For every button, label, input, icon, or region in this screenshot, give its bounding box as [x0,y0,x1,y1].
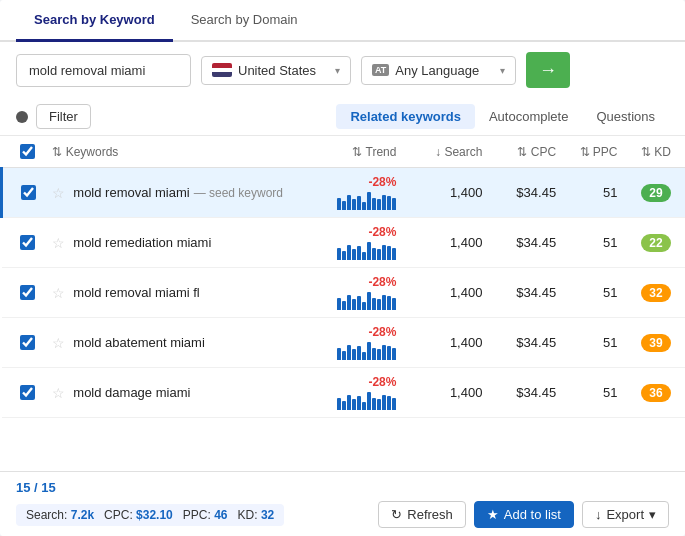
tab-search-by-keyword[interactable]: Search by Keyword [16,0,173,42]
trend-bars [337,340,396,360]
trend-bar [382,195,386,210]
trend-bar [357,246,361,260]
page-count: 15 / 15 [16,480,56,495]
trend-bar [372,298,376,310]
row-kd: 32 [624,268,685,318]
trend-bar [362,402,366,410]
chevron-down-icon: ▾ [335,65,340,76]
header-keywords[interactable]: ⇅ Keywords [46,136,292,168]
select-all-checkbox[interactable] [20,144,35,159]
trend-bar [382,395,386,410]
tab-search-by-domain[interactable]: Search by Domain [173,0,316,42]
row-check-cell [2,168,47,218]
star-icon[interactable]: ☆ [52,385,65,401]
trend-bar [377,349,381,360]
header-cpc[interactable]: ⇅ CPC [488,136,562,168]
trend-bar [342,401,346,410]
trend-bar [357,346,361,360]
trend-bar [347,245,351,260]
trend-bar [362,252,366,260]
trend-bar [337,348,341,360]
trend-bar [337,248,341,260]
trend-percent: -28% [368,275,396,289]
trend-bar [347,345,351,360]
row-search-vol: 1,400 [402,268,488,318]
star-icon[interactable]: ☆ [52,285,65,301]
row-trend-cell: -28% [292,268,403,318]
filter-button[interactable]: Filter [36,104,91,129]
export-icon: ↓ [595,507,602,522]
row-cpc: $34.45 [488,218,562,268]
row-kd: 22 [624,218,685,268]
tab-related-keywords[interactable]: Related keywords [336,104,475,129]
footer-top: 15 / 15 [16,480,669,495]
kd-badge: 39 [641,334,671,352]
seed-label: — seed keyword [194,186,283,200]
trend-bar [362,202,366,210]
trend-bar [392,398,396,410]
trend-bar [387,346,391,360]
trend-bar [377,249,381,260]
add-to-list-button[interactable]: ★ Add to list [474,501,574,528]
header-kd[interactable]: ⇅ KD [624,136,685,168]
refresh-button[interactable]: ↻ Refresh [378,501,466,528]
row-ppc: 51 [562,268,623,318]
row-ppc: 51 [562,218,623,268]
star-icon[interactable]: ☆ [52,235,65,251]
trend-bar [342,301,346,310]
arrow-right-icon: → [539,60,557,81]
summary-kd-label: KD: [238,508,258,522]
header-search[interactable]: ↓ Search [402,136,488,168]
search-summary: Search: 7.2k CPC: $32.10 PPC: 46 KD: 32 [16,504,284,526]
header-check [2,136,47,168]
row-ppc: 51 [562,318,623,368]
trend-percent: -28% [368,175,396,189]
trend-percent: -28% [368,375,396,389]
row-checkbox[interactable] [20,385,35,400]
trend-bar [387,296,391,310]
row-keyword-cell: ☆ mold damage miami [46,368,292,418]
kd-badge: 32 [641,284,671,302]
row-kd: 29 [624,168,685,218]
trend-bar [337,198,341,210]
keyword-input[interactable] [16,54,191,87]
tab-questions[interactable]: Questions [582,104,669,129]
search-button[interactable]: → [526,52,570,88]
trend-bar [352,399,356,410]
row-search-vol: 1,400 [402,168,488,218]
star-icon[interactable]: ☆ [52,335,65,351]
trend-bars [337,190,396,210]
trend-bar [372,248,376,260]
export-button[interactable]: ↓ Export ▾ [582,501,669,528]
trend-bar [367,342,371,360]
trend-bar [377,399,381,410]
row-checkbox[interactable] [20,285,35,300]
trend-bar [347,395,351,410]
row-search-vol: 1,400 [402,318,488,368]
row-checkbox[interactable] [20,235,35,250]
footer-actions: ↻ Refresh ★ Add to list ↓ Export ▾ [378,501,669,528]
footer: 15 / 15 Search: 7.2k CPC: $32.10 PPC: 46… [0,471,685,536]
language-label: Any Language [395,63,479,78]
country-select[interactable]: United States ▾ [201,56,351,85]
row-checkbox[interactable] [21,185,36,200]
header-keywords-label: ⇅ Keywords [52,145,118,159]
keyword-name: mold abatement miami [73,335,205,350]
trend-bar [337,298,341,310]
trend-bar [387,246,391,260]
trend-percent: -28% [368,325,396,339]
star-icon[interactable]: ☆ [52,185,65,201]
row-checkbox[interactable] [20,335,35,350]
trend-bar [362,302,366,310]
trend-percent: -28% [368,225,396,239]
language-select[interactable]: AT Any Language ▾ [361,56,516,85]
tab-autocomplete[interactable]: Autocomplete [475,104,583,129]
row-keyword-cell: ☆ mold removal miami fl [46,268,292,318]
table-row: ☆ mold remediation miami -28% 1,400 $34.… [2,218,686,268]
trend-bar [347,295,351,310]
row-cpc: $34.45 [488,168,562,218]
trend-bar [342,201,346,210]
header-ppc[interactable]: ⇅ PPC [562,136,623,168]
country-label: United States [238,63,316,78]
table-header-row: ⇅ Keywords ⇅ Trend ↓ Search ⇅ CPC ⇅ PPC … [2,136,686,168]
